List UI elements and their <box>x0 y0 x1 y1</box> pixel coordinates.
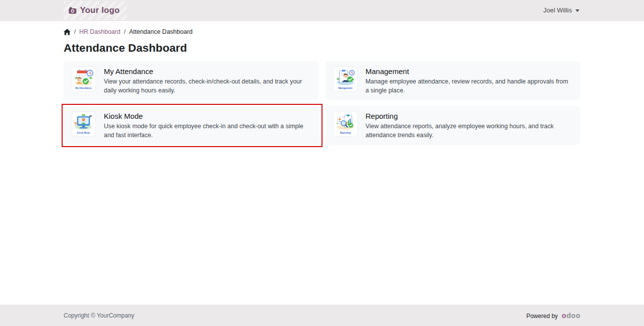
card-description: Manage employee attendance, review recor… <box>366 78 573 95</box>
card-kiosk-mode[interactable]: Kiosk Mode Kiosk Mode Use kiosk mode for… <box>64 106 319 145</box>
card-title: Kiosk Mode <box>104 112 311 120</box>
card-reporting[interactable]: Reporting Reporting View attendance repo… <box>325 106 581 145</box>
card-wrap-kiosk-mode: Kiosk Mode Kiosk Mode Use kiosk mode for… <box>64 106 319 145</box>
card-description: View your attendance records, check-in/c… <box>104 78 311 95</box>
card-wrap-reporting: Reporting Reporting View attendance repo… <box>325 106 581 145</box>
icon-caption: Reporting <box>340 132 351 134</box>
user-menu-dropdown[interactable]: Joel Willis <box>542 4 580 16</box>
odoo-logo[interactable]: odoo <box>562 312 580 320</box>
main-content: / HR Dashboard / Attendance Dashboard At… <box>0 21 644 305</box>
page-title: Attendance Dashboard <box>64 42 580 55</box>
icon-caption: My Attendance <box>76 87 92 89</box>
logo-text: Your logo <box>80 5 120 15</box>
card-description: View attendance reports, analyze employe… <box>366 122 573 140</box>
icon-caption: Management <box>338 87 352 89</box>
top-navbar: Your logo Joel Willis <box>0 0 644 21</box>
dashboard-cards-grid: My Attendance My Attendance View your at… <box>64 61 580 145</box>
card-title: My Attendance <box>104 67 311 76</box>
my-attendance-icon: My Attendance <box>72 67 95 91</box>
copyright-text: Copyright © YourCompany <box>64 312 134 319</box>
powered-by: Powered by odoo <box>526 312 580 320</box>
card-wrap-my-attendance: My Attendance My Attendance View your at… <box>64 61 319 100</box>
card-management[interactable]: Management Management Manage employee at… <box>325 61 581 100</box>
management-icon: Management <box>333 67 357 91</box>
card-description: Use kiosk mode for quick employee check-… <box>104 122 311 140</box>
breadcrumb-separator: / <box>74 28 76 35</box>
breadcrumb-hr-dashboard[interactable]: HR Dashboard <box>79 28 120 35</box>
card-title: Reporting <box>366 112 573 120</box>
card-my-attendance[interactable]: My Attendance My Attendance View your at… <box>64 61 319 100</box>
user-name: Joel Willis <box>543 6 572 14</box>
kiosk-mode-icon: Kiosk Mode <box>72 112 95 136</box>
card-body: My Attendance View your attendance recor… <box>104 67 311 95</box>
breadcrumb-separator: / <box>124 28 125 35</box>
powered-by-label: Powered by <box>526 313 558 320</box>
page-footer: Copyright © YourCompany Powered by odoo <box>0 305 644 326</box>
breadcrumb-current: Attendance Dashboard <box>129 28 193 35</box>
card-title: Management <box>366 67 573 76</box>
home-icon[interactable] <box>64 29 71 35</box>
camera-icon <box>69 7 77 14</box>
chevron-down-icon <box>575 9 579 12</box>
company-logo[interactable]: Your logo <box>64 1 127 20</box>
card-body: Reporting View attendance reports, analy… <box>366 111 573 140</box>
card-body: Management Manage employee attendance, r… <box>366 67 573 95</box>
icon-caption: Kiosk Mode <box>77 132 90 134</box>
card-body: Kiosk Mode Use kiosk mode for quick empl… <box>104 111 311 140</box>
breadcrumb: / HR Dashboard / Attendance Dashboard <box>64 28 580 35</box>
card-wrap-management: Management Management Manage employee at… <box>325 61 581 100</box>
reporting-icon: Reporting <box>333 112 357 136</box>
